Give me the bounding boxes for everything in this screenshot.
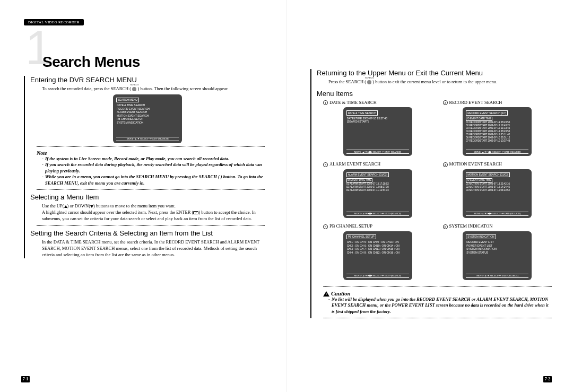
note-header: Note [37,150,265,156]
grid-cell-pb-channel: 5PB CHANNEL SETUP PB CHANNEL SETUP CH 1 … [323,223,432,283]
monitor-search-menu: SEARCH MENU DATE & TIME SEARCH RECORD EV… [113,94,182,143]
monitor-alarm-event: ALARM EVENT SEARCH [01/03] ID EVENT DATE… [343,169,412,218]
body-text: To search the recorded data, press the S… [42,86,265,92]
section-title: Selecting a Menu Item [30,193,265,201]
search-button-icon [132,87,136,91]
body-text: Use the UP() or DOWN() buttons to move t… [42,203,265,222]
grid-cell-motion-event: 4MOTION EVENT SEARCH MOTION EVENT SEARCH… [443,161,552,221]
chapter-title: Search Menus [42,54,265,71]
note-list: If the system is in Live Screen mode, Re… [42,156,265,186]
page-left: DIGITAL VIDEO RECORDER 1 Search Menus En… [0,0,286,392]
section-title: Menu Items [317,90,552,98]
search-label: SEARCH [129,83,140,86]
section-title: Entering the DVR SEARCH MENU [30,76,265,84]
section-title: Returning to the Upper Menu or Exit the … [317,69,552,77]
divider [37,225,265,226]
warning-icon [323,291,329,297]
monitor-pb-channel: PB CHANNEL SETUP CH 1 : ON CH 5 : ON CH … [343,231,412,280]
monitor-system-indication: SYSTEM INDICATION RECORD EVENT LIST POWE… [463,231,532,280]
monitor-record-event: RECORD EVENT SEARCH [1/7] ID EVENT DATE … [463,107,532,156]
body-text: In the DATA & TIME SEARCH menu, set the … [42,239,265,258]
monitor-motion-event: MOTION EVENT SEARCH [01/03] ID EVENT DAT… [463,169,532,218]
monitor-footer: MOVE=▲/▼ SELECT=↵ EXIT=[SEARCH] [116,137,179,141]
page-right: Returning to the Upper Menu or Exit the … [286,0,573,392]
section-entering: Entering the DVR SEARCH MENU To search t… [24,76,265,258]
enter-button-icon: ↵ [193,211,198,214]
grid-cell-record-event: 2RECORD EVENT SEARCH RECORD EVENT SEARCH… [443,100,552,160]
section-returning: Returning to the Upper Menu or Exit the … [310,69,552,318]
grid-cell-alarm-event: 3ALARM EVENT SEARCH ALARM EVENT SEARCH [… [323,161,432,221]
divider [323,286,552,287]
divider [37,189,265,190]
body-text: Press the SEARCH ( SEARCH ) button to ex… [328,79,552,85]
divider [323,318,552,318]
caution-body: No list will be displayed when you go in… [328,297,552,315]
grid-cell-date-time: 1DATE & TIME SEARCH DATE & TIME SEARCH D… [323,100,432,160]
search-label: SEARCH [364,76,375,80]
divider [37,146,265,147]
search-button-icon [367,80,371,84]
monitor-title: SEARCH MENU [116,98,139,103]
caution-header: Caution [323,290,552,297]
page-number: 7-1 [21,376,30,382]
section-title: Setting the Search Criteria & Selecting … [30,229,265,237]
grid-cell-system-indication: 6SYSTEM INDICATON SYSTEM INDICATION RECO… [443,223,552,283]
monitor-date-time: DATE & TIME SEARCH DATE&TIME 2003-07-10 … [343,107,412,156]
page-number: 7-2 [543,376,552,382]
menu-items-grid: 1DATE & TIME SEARCH DATE & TIME SEARCH D… [323,100,552,283]
